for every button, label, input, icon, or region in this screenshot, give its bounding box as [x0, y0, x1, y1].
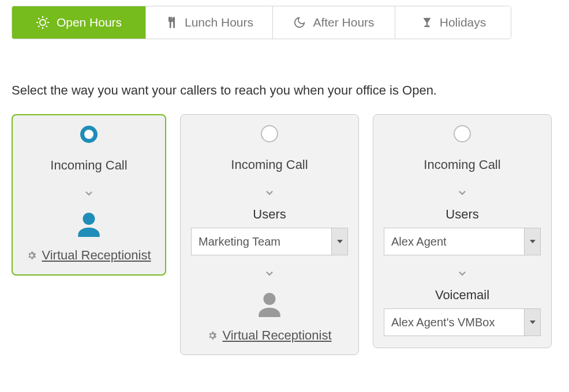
routing-card-user-vr[interactable]: Incoming Call Users Marketing Team	[180, 114, 359, 355]
radio-unselected[interactable]	[454, 125, 471, 142]
arrow-down-icon	[455, 184, 470, 199]
tab-holidays[interactable]: Holidays	[395, 6, 511, 39]
person-icon	[253, 289, 286, 321]
users-section-title: Users	[253, 207, 286, 222]
tab-open-hours[interactable]: Open Hours	[12, 6, 146, 39]
incoming-call-label: Incoming Call	[424, 157, 500, 172]
chevron-down-icon	[524, 309, 540, 336]
arrow-down-icon	[262, 184, 277, 199]
call-schedule-tabs: Open Hours Lunch Hours After Hours Holid…	[12, 6, 511, 39]
virtual-receptionist-link[interactable]: Virtual Receptionist	[42, 248, 151, 263]
svg-line-3	[38, 18, 39, 19]
voicemail-select[interactable]: Alex Agent's VMBox	[384, 308, 541, 336]
person-icon	[73, 209, 105, 241]
routing-options-row: Incoming Call Virtual Receptionist Incom…	[12, 114, 557, 355]
users-section-title: Users	[446, 207, 478, 222]
voicemail-section-title: Voicemail	[435, 288, 489, 303]
radio-unselected[interactable]	[261, 125, 278, 142]
glass-icon	[421, 16, 433, 29]
chevron-down-icon	[331, 228, 347, 255]
instruction-text: Select the way you want your callers to …	[12, 83, 557, 98]
voicemail-select-value: Alex Agent's VMBox	[384, 309, 524, 336]
radio-selected[interactable]	[80, 126, 98, 143]
virtual-receptionist-link[interactable]: Virtual Receptionist	[222, 328, 331, 343]
gear-icon	[27, 250, 37, 261]
tab-label: After Hours	[313, 16, 374, 29]
sun-icon	[36, 16, 50, 29]
users-select[interactable]: Marketing Team	[191, 228, 348, 255]
tab-label: Lunch Hours	[185, 16, 253, 29]
virtual-receptionist-row: Virtual Receptionist	[207, 328, 331, 343]
tab-label: Open Hours	[57, 16, 122, 29]
users-select-value: Marketing Team	[192, 228, 331, 255]
tab-label: Holidays	[440, 16, 486, 29]
users-select-value: Alex Agent	[384, 228, 524, 255]
routing-card-virtual-receptionist[interactable]: Incoming Call Virtual Receptionist	[12, 114, 166, 276]
tab-after-hours[interactable]: After Hours	[273, 6, 395, 39]
moon-icon	[293, 16, 306, 29]
svg-line-4	[46, 26, 47, 27]
svg-line-8	[46, 18, 47, 19]
gear-icon	[207, 330, 218, 341]
arrow-down-icon	[81, 184, 96, 199]
utensils-icon	[165, 16, 178, 29]
arrow-down-icon	[262, 265, 277, 280]
tab-lunch-hours[interactable]: Lunch Hours	[146, 6, 273, 39]
incoming-call-label: Incoming Call	[50, 158, 127, 173]
routing-card-user-voicemail[interactable]: Incoming Call Users Alex Agent Voicemail…	[373, 114, 552, 348]
svg-line-7	[38, 26, 39, 27]
virtual-receptionist-row: Virtual Receptionist	[27, 248, 151, 263]
users-select[interactable]: Alex Agent	[384, 228, 541, 255]
arrow-down-icon	[455, 265, 470, 280]
svg-point-0	[40, 20, 46, 25]
chevron-down-icon	[524, 228, 540, 255]
incoming-call-label: Incoming Call	[231, 157, 308, 172]
